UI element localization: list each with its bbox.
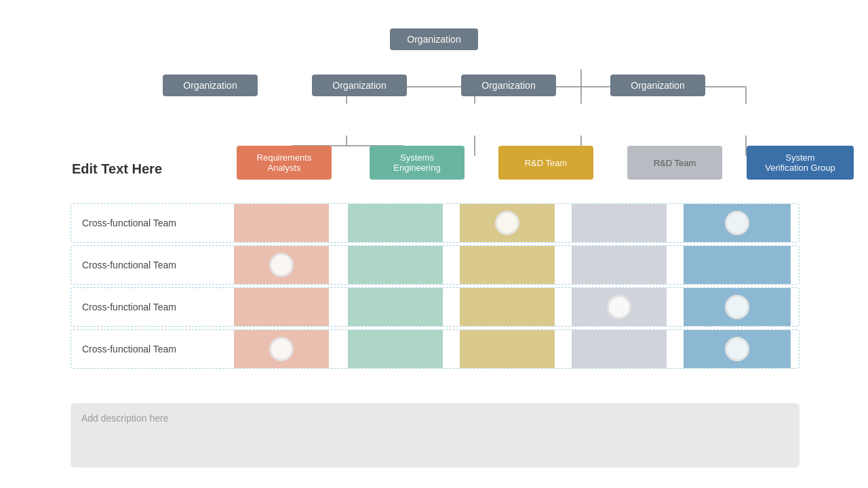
cell-0-2: [460, 204, 555, 242]
matrix-table: Cross-functional Team Cross-functional T…: [71, 203, 800, 371]
circle-3-0: [269, 337, 294, 361]
team-label-svg: System Verification Group: [765, 152, 835, 173]
cell-2-3: [572, 288, 667, 326]
circle-3-4: [725, 337, 749, 361]
team-label-rnd2: R&D Team: [654, 158, 696, 168]
description-placeholder: Add description here: [81, 413, 168, 424]
cell-0-1: [348, 204, 443, 242]
team-header-svg[interactable]: System Verification Group: [747, 146, 854, 180]
circle-2-4: [725, 295, 749, 319]
level1-label-2: Organization: [481, 80, 535, 91]
row-label-2[interactable]: Cross-functional Team: [71, 302, 234, 312]
circle-2-3: [607, 295, 631, 319]
root-org-label: Organization: [407, 34, 460, 45]
team-header-req[interactable]: Requirements Analysts: [237, 146, 332, 180]
matrix-row-0: Cross-functional Team: [71, 203, 800, 243]
level1-label-1: Organization: [332, 80, 386, 91]
cell-0-3: [572, 204, 667, 242]
edit-text-label[interactable]: Edit Text Here: [72, 161, 162, 177]
cell-3-2: [460, 330, 555, 368]
cell-3-1: [348, 330, 443, 368]
cell-3-4: [684, 330, 791, 368]
level1-box-3[interactable]: Organization: [610, 75, 705, 96]
cell-2-4: [684, 288, 791, 326]
description-box[interactable]: Add description here: [71, 403, 800, 468]
team-label-sys: Systems Engineering: [393, 152, 440, 173]
level1-box-0[interactable]: Organization: [163, 75, 258, 96]
level1-box-2[interactable]: Organization: [461, 75, 556, 96]
team-label-req: Requirements Analysts: [257, 152, 312, 173]
cell-1-3: [572, 246, 667, 284]
cell-2-1: [348, 288, 443, 326]
cell-0-4: [684, 204, 791, 242]
root-org-box[interactable]: Organization: [390, 28, 478, 50]
cell-0-0: [234, 204, 329, 242]
circle-0-4: [725, 211, 749, 235]
cell-3-3: [572, 330, 667, 368]
row-label-3[interactable]: Cross-functional Team: [71, 344, 234, 354]
cell-3-0: [234, 330, 329, 368]
cell-1-0: [234, 246, 329, 284]
circle-0-2: [495, 211, 519, 235]
cell-1-4: [684, 246, 791, 284]
level1-label-0: Organization: [183, 80, 237, 91]
circle-1-0: [269, 253, 294, 277]
level1-box-1[interactable]: Organization: [312, 75, 407, 96]
row-label-1[interactable]: Cross-functional Team: [71, 260, 234, 270]
cell-2-0: [234, 288, 329, 326]
matrix-row-3: Cross-functional Team: [71, 329, 800, 369]
cell-1-2: [460, 246, 555, 284]
team-label-rnd1: R&D Team: [525, 158, 568, 168]
matrix-row-1: Cross-functional Team: [71, 245, 800, 285]
diagram-container: Organization Organization Organization O…: [0, 0, 868, 488]
team-header-rnd1[interactable]: R&D Team: [498, 146, 593, 180]
cell-1-1: [348, 246, 443, 284]
level1-label-3: Organization: [631, 80, 684, 91]
cell-2-2: [460, 288, 555, 326]
matrix-row-2: Cross-functional Team: [71, 287, 800, 327]
team-header-rnd2[interactable]: R&D Team: [627, 146, 722, 180]
row-label-0[interactable]: Cross-functional Team: [71, 218, 234, 228]
team-header-sys[interactable]: Systems Engineering: [370, 146, 465, 180]
